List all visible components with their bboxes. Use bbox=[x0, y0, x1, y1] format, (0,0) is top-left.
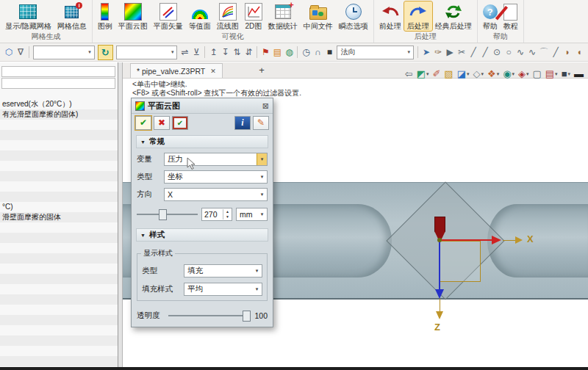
postprocess-button[interactable]: 后处理 bbox=[404, 1, 432, 31]
z-axis-arrow[interactable] bbox=[435, 289, 444, 299]
chevron-down-icon[interactable]: ▾ bbox=[257, 208, 267, 220]
lasso-icon[interactable]: ∩ bbox=[312, 46, 323, 59]
list-filter-icon[interactable]: ∇ bbox=[15, 46, 26, 59]
slider-thumb[interactable] bbox=[159, 209, 167, 220]
plane-vector-button[interactable]: 平面矢量 bbox=[151, 1, 186, 31]
window-icon[interactable]: ▢ bbox=[533, 69, 542, 79]
list-item[interactable]: °C) bbox=[0, 202, 118, 212]
list-item[interactable] bbox=[0, 181, 118, 192]
anchor-icon[interactable]: ⊻ bbox=[190, 46, 202, 59]
z-axis-gold-arrow[interactable] bbox=[436, 311, 443, 319]
layers-icon[interactable]: ▤ bbox=[271, 46, 283, 59]
unit-select[interactable]: mm ▾ bbox=[236, 208, 268, 221]
stop-icon[interactable]: ■ bbox=[323, 46, 335, 59]
flag-icon[interactable]: ⚑ bbox=[259, 46, 271, 59]
yellow-box-icon[interactable]: ▧ bbox=[444, 69, 453, 79]
intermediate-file-button[interactable]: 中间文件 bbox=[301, 1, 336, 31]
style-type-select[interactable]: 填充 ▾ bbox=[184, 264, 262, 278]
list-item[interactable] bbox=[0, 315, 118, 325]
panel-field-1[interactable] bbox=[1, 66, 115, 77]
wireframe-cube-icon[interactable]: ◇▾ bbox=[473, 69, 484, 79]
back-view-icon[interactable]: ⇦ bbox=[405, 69, 413, 79]
snap-bottom-icon[interactable]: ↧ bbox=[219, 46, 231, 59]
list-item[interactable]: 有光滑壁面摩擦的固体) bbox=[0, 109, 118, 120]
slider-thumb[interactable] bbox=[243, 311, 251, 322]
polyline-icon[interactable]: ╱ bbox=[479, 46, 491, 59]
preprocess-button[interactable]: 前处理 bbox=[376, 1, 404, 31]
plot-2d-button[interactable]: 2D图 bbox=[242, 1, 265, 31]
chevron-down-icon[interactable]: ▾ bbox=[257, 189, 267, 200]
new-tab-button[interactable]: + bbox=[254, 63, 270, 77]
list-item[interactable] bbox=[0, 294, 118, 305]
circle-icon[interactable]: ○ bbox=[503, 46, 514, 59]
list-item[interactable] bbox=[0, 120, 118, 130]
tab-close-icon[interactable]: ✕ bbox=[210, 68, 216, 75]
minimize-icon[interactable]: ▬ bbox=[574, 69, 584, 79]
list-item[interactable] bbox=[0, 284, 118, 294]
dialog-close-icon[interactable]: ⊠ bbox=[262, 101, 269, 111]
snap-top-icon[interactable]: ↥ bbox=[207, 46, 219, 59]
history-icon[interactable]: ◷ bbox=[300, 46, 312, 59]
spin-down-icon[interactable]: ▼ bbox=[223, 214, 232, 220]
list-item[interactable] bbox=[0, 161, 118, 171]
manipulator-origin[interactable] bbox=[437, 238, 442, 242]
list-item[interactable] bbox=[0, 150, 118, 161]
camera-view-icon[interactable]: ◉▾ bbox=[503, 69, 514, 79]
wave-icon[interactable]: ∿ bbox=[526, 46, 538, 59]
list-item[interactable] bbox=[0, 140, 118, 150]
dialog-titlebar[interactable]: 平面云图 ⊠ bbox=[132, 98, 273, 114]
arc-icon[interactable]: ⌒ bbox=[538, 46, 550, 59]
list-item[interactable] bbox=[0, 274, 118, 284]
data-statistics-button[interactable]: + 数据统计 bbox=[265, 1, 301, 31]
x-axis-arrow[interactable] bbox=[492, 236, 501, 244]
section-style-header[interactable]: ▼ 样式 bbox=[136, 228, 268, 242]
show-hide-mesh-button[interactable]: 显示/隐藏网格 bbox=[2, 1, 54, 31]
trim-icon[interactable]: ✂ bbox=[456, 46, 467, 59]
list-item[interactable]: 滑壁面摩擦的固体 bbox=[0, 212, 118, 222]
list-item[interactable] bbox=[0, 253, 118, 264]
list-item[interactable] bbox=[0, 171, 118, 181]
tutorial-button[interactable]: 教程 bbox=[501, 1, 521, 31]
spinner[interactable]: ▲ ▼ bbox=[223, 209, 232, 220]
line-icon[interactable]: ╱ bbox=[467, 46, 479, 59]
plane-contour-button[interactable]: 平面云图 bbox=[115, 1, 151, 31]
list-item[interactable] bbox=[0, 335, 118, 346]
panel-field-2[interactable] bbox=[1, 78, 115, 89]
swap-icon[interactable]: ⇌ bbox=[179, 46, 190, 59]
tab-pipe-valve[interactable]: * pipe_valve.Z3PRT ✕ bbox=[130, 63, 223, 78]
split-view-icon[interactable]: ▤▾ bbox=[545, 69, 558, 79]
list-item[interactable] bbox=[0, 233, 118, 243]
shaded-display-icon[interactable]: ❖▾ bbox=[487, 69, 499, 79]
list-item[interactable] bbox=[0, 243, 118, 253]
fillet-icon[interactable]: ◗ bbox=[562, 46, 573, 59]
list-item[interactable] bbox=[0, 222, 118, 233]
chevron-down-icon[interactable]: ▾ bbox=[252, 265, 262, 277]
section-general-header[interactable]: ▼ 常规 bbox=[136, 135, 268, 148]
list-item[interactable] bbox=[0, 305, 118, 315]
mesh-info-button[interactable]: i 网格信息 bbox=[54, 1, 90, 31]
palette-icon[interactable]: ◍ bbox=[283, 46, 295, 59]
value-filter-select[interactable]: ▾ bbox=[116, 46, 178, 59]
spline-icon[interactable]: ∿ bbox=[514, 46, 526, 59]
streamline-button[interactable]: 流线图 bbox=[214, 1, 242, 31]
spin-up-icon[interactable]: ▲ bbox=[223, 209, 232, 214]
offset-icon[interactable]: ◖ bbox=[573, 46, 585, 59]
x-axis-gold-arrow[interactable] bbox=[515, 236, 523, 244]
fill-style-select[interactable]: 平均 ▾ bbox=[184, 283, 262, 296]
chevron-down-icon[interactable]: ▾ bbox=[257, 153, 267, 165]
blue-box-icon[interactable]: ◪▾ bbox=[457, 69, 470, 79]
brush-icon[interactable]: ✑ bbox=[432, 46, 444, 59]
list-item[interactable]: eserved(水（20°C）) bbox=[0, 99, 118, 109]
quick-help-button[interactable]: ✎ bbox=[253, 116, 269, 130]
transparency-slider[interactable] bbox=[168, 315, 249, 316]
circle-center-icon[interactable]: ⊙ bbox=[491, 46, 503, 59]
variable-select[interactable]: 压力 ▾ bbox=[164, 153, 268, 166]
isosurface-button[interactable]: 等值面 bbox=[186, 1, 214, 31]
list-item[interactable] bbox=[0, 192, 118, 202]
section-view-icon[interactable]: ◈▾ bbox=[518, 69, 529, 79]
eraser-icon[interactable]: ✐ bbox=[432, 69, 440, 79]
line2-icon[interactable]: ╱ bbox=[550, 46, 562, 59]
update-filter-button[interactable]: ↻ bbox=[98, 45, 113, 60]
direction-mode-select[interactable]: 法向▾ bbox=[337, 46, 414, 59]
list-item[interactable] bbox=[0, 130, 118, 140]
